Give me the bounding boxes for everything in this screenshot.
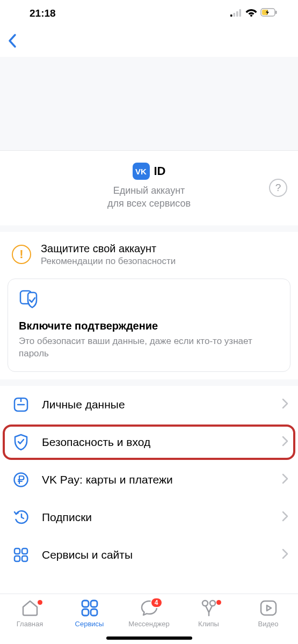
header-space — [0, 57, 298, 150]
notification-dot — [38, 600, 42, 605]
clips-icon — [200, 598, 218, 618]
svg-point-21 — [202, 601, 208, 606]
svg-rect-18 — [91, 601, 97, 607]
svg-rect-17 — [82, 601, 89, 607]
svg-rect-1 — [234, 13, 236, 17]
chevron-right-icon — [282, 511, 288, 524]
ruble-icon — [12, 471, 30, 489]
help-button[interactable]: ? — [269, 179, 287, 197]
tab-label: Видео — [258, 620, 279, 628]
messenger-badge: 4 — [150, 597, 163, 608]
settings-list: Личные данные Безопасность и вход VK Pay… — [0, 386, 298, 574]
menu-personal-data[interactable]: Личные данные — [0, 386, 298, 423]
tab-label: Главная — [17, 620, 43, 628]
card-title: Включите подтверждение — [19, 320, 279, 332]
menu-label: Безопасность и вход — [42, 436, 270, 449]
svg-rect-7 — [275, 11, 277, 14]
menu-label: Личные данные — [42, 398, 270, 411]
tab-video[interactable]: Видео — [238, 598, 298, 644]
svg-rect-2 — [236, 11, 238, 17]
video-icon — [259, 598, 278, 618]
protect-account-row[interactable]: ! Защитите свой аккаунт Рекомендации по … — [0, 232, 298, 279]
back-button[interactable] — [8, 33, 18, 51]
status-time: 21:18 — [30, 8, 56, 19]
home-icon — [21, 598, 39, 618]
chevron-right-icon — [282, 398, 288, 411]
wifi-icon — [245, 8, 257, 19]
clock-refresh-icon — [12, 508, 30, 526]
tab-label: Мессенджер — [128, 620, 169, 628]
tab-bar: Главная Сервисы 4 Мессенджер Клипы Видео — [0, 594, 298, 644]
menu-label: VK Pay: карты и платежи — [42, 473, 270, 486]
tab-label: Клипы — [198, 620, 219, 628]
menu-services-sites[interactable]: Сервисы и сайты — [0, 536, 298, 574]
cellular-icon — [230, 8, 242, 19]
svg-point-22 — [210, 601, 215, 606]
notification-dot — [216, 600, 221, 605]
card-wrap: Включите подтверждение Это обезопасит ва… — [0, 279, 298, 380]
card-subtitle: Это обезопасит ваши данные, даже если кт… — [19, 335, 279, 360]
enable-confirmation-card[interactable]: Включите подтверждение Это обезопасит ва… — [8, 279, 290, 372]
menu-vkpay[interactable]: VK Pay: карты и платежи — [0, 461, 298, 499]
chevron-right-icon — [282, 436, 288, 449]
separator — [0, 379, 298, 386]
protect-title: Защитите свой аккаунт — [41, 243, 176, 255]
warning-icon: ! — [12, 245, 31, 264]
svg-rect-14 — [22, 548, 27, 554]
menu-label: Сервисы и сайты — [42, 548, 270, 561]
svg-rect-16 — [22, 556, 27, 561]
svg-rect-19 — [82, 609, 89, 616]
personal-data-icon — [12, 396, 30, 414]
battery-icon — [260, 8, 278, 19]
menu-security-login[interactable]: Безопасность и вход — [0, 423, 298, 461]
protect-subtitle: Рекомендации по безопасности — [41, 256, 176, 267]
shield-icon — [12, 433, 30, 451]
separator — [0, 225, 298, 232]
menu-label: Подписки — [42, 511, 270, 524]
vkid-subtitle-2: для всех сервисов — [0, 197, 298, 210]
svg-point-4 — [250, 14, 252, 17]
messenger-icon: 4 — [140, 598, 158, 618]
svg-rect-13 — [14, 548, 20, 554]
tab-home[interactable]: Главная — [0, 598, 60, 644]
vkid-header: VK ID Единый аккаунт для всех сервисов ? — [0, 150, 298, 225]
tab-label: Сервисы — [75, 620, 104, 628]
svg-rect-0 — [230, 14, 232, 17]
services-icon — [81, 598, 99, 618]
home-indicator — [106, 636, 192, 640]
question-icon: ? — [275, 182, 281, 194]
svg-rect-3 — [239, 9, 242, 17]
shield-check-icon — [19, 290, 279, 311]
protect-text: Защитите свой аккаунт Рекомендации по бе… — [41, 243, 176, 267]
vkid-subtitle-1: Единый аккаунт — [0, 184, 298, 197]
status-indicators — [230, 8, 278, 19]
menu-subscriptions[interactable]: Подписки — [0, 499, 298, 536]
apps-grid-icon — [12, 546, 30, 564]
nav-bar — [0, 27, 298, 57]
status-bar: 21:18 — [0, 0, 298, 27]
chevron-right-icon — [282, 473, 288, 486]
svg-rect-15 — [14, 556, 20, 561]
id-label: ID — [154, 164, 166, 178]
chevron-right-icon — [282, 548, 288, 561]
svg-rect-20 — [91, 609, 97, 616]
vkid-logo: VK ID — [0, 163, 298, 180]
svg-rect-24 — [261, 601, 276, 615]
vk-logo-icon: VK — [133, 163, 150, 180]
